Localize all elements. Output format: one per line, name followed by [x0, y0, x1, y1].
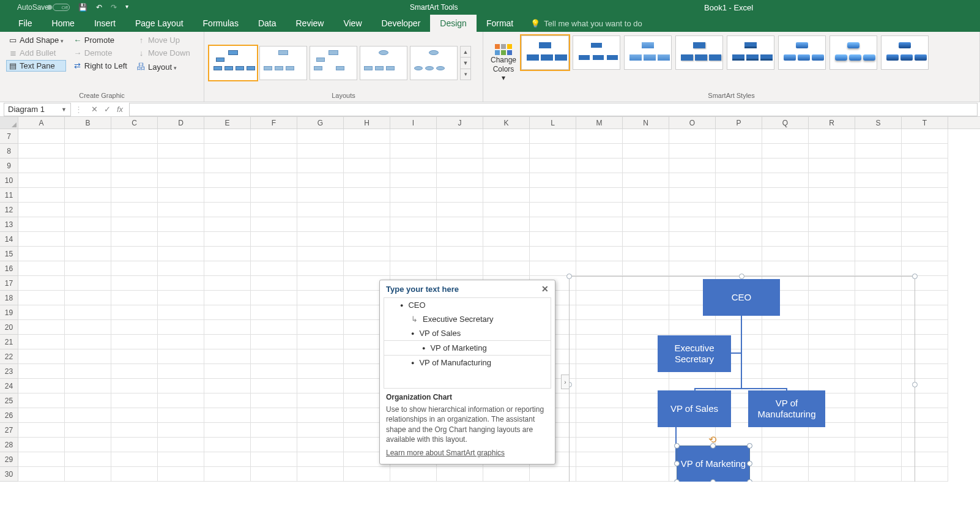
resize-handle[interactable]	[912, 382, 918, 387]
cell[interactable]	[669, 158, 716, 173]
cell[interactable]	[158, 144, 204, 158]
column-header[interactable]: F	[251, 117, 297, 129]
cell[interactable]	[65, 203, 111, 217]
cell[interactable]	[809, 232, 855, 247]
cell[interactable]	[18, 173, 65, 188]
org-node-manufacturing[interactable]: VP of Manufacturing	[748, 390, 825, 427]
close-icon[interactable]: ✕	[541, 284, 549, 294]
cell[interactable]	[297, 188, 344, 203]
cell[interactable]	[251, 158, 297, 173]
cell[interactable]	[762, 158, 809, 173]
cell[interactable]	[65, 144, 111, 158]
column-header[interactable]: H	[344, 117, 390, 129]
cell[interactable]	[762, 144, 809, 158]
cell[interactable]	[576, 261, 623, 276]
cell[interactable]	[623, 173, 669, 188]
selection-handle[interactable]	[674, 443, 680, 449]
row-header[interactable]: 10	[0, 173, 18, 188]
row-header[interactable]: 15	[0, 247, 18, 261]
cell[interactable]	[18, 158, 65, 173]
column-header[interactable]: D	[158, 117, 204, 129]
cell[interactable]	[204, 232, 251, 247]
cell[interactable]	[251, 188, 297, 203]
cell[interactable]	[297, 203, 344, 217]
style-option-7[interactable]	[830, 35, 877, 70]
cell[interactable]	[18, 393, 65, 408]
cell[interactable]	[204, 393, 251, 408]
cell[interactable]	[18, 349, 65, 364]
customize-qat-icon[interactable]: ▾	[125, 3, 128, 12]
cell[interactable]	[623, 247, 669, 261]
cell[interactable]	[65, 173, 111, 188]
cell[interactable]	[65, 364, 111, 379]
cell[interactable]	[530, 188, 576, 203]
cell[interactable]	[716, 129, 762, 144]
cell[interactable]	[18, 203, 65, 217]
cell[interactable]	[65, 467, 111, 482]
cell[interactable]	[111, 203, 158, 217]
cell[interactable]	[297, 379, 344, 393]
cell[interactable]	[18, 305, 65, 320]
cell[interactable]	[65, 320, 111, 335]
cell[interactable]	[251, 144, 297, 158]
cell[interactable]	[344, 232, 390, 247]
cell[interactable]	[297, 217, 344, 232]
cell[interactable]	[111, 452, 158, 467]
cell[interactable]	[297, 349, 344, 364]
cell[interactable]	[251, 276, 297, 291]
style-option-6[interactable]	[778, 35, 826, 70]
cell[interactable]	[576, 158, 623, 173]
cell[interactable]	[855, 173, 902, 188]
learn-more-link[interactable]: Learn more about SmartArt graphics	[386, 448, 505, 458]
cell[interactable]	[344, 129, 390, 144]
cell[interactable]	[623, 158, 669, 173]
cell[interactable]	[297, 129, 344, 144]
cell[interactable]	[855, 232, 902, 247]
cell[interactable]	[855, 247, 902, 261]
tab-insert[interactable]: Insert	[84, 15, 125, 32]
cell[interactable]	[204, 217, 251, 232]
cell[interactable]	[65, 232, 111, 247]
row-header[interactable]: 22	[0, 349, 18, 364]
cell[interactable]	[111, 305, 158, 320]
select-all-button[interactable]	[0, 117, 18, 129]
smartart-text-pane[interactable]: Type your text here ✕ ●CEO ↳Executive Se…	[379, 280, 555, 464]
cell[interactable]	[65, 393, 111, 408]
cell[interactable]	[158, 305, 204, 320]
row-header[interactable]: 8	[0, 144, 18, 158]
cell[interactable]	[158, 349, 204, 364]
cell[interactable]	[762, 173, 809, 188]
cell[interactable]	[111, 364, 158, 379]
cell[interactable]	[158, 438, 204, 452]
selection-handle[interactable]	[710, 479, 716, 482]
selection-handle[interactable]	[747, 461, 752, 466]
cell[interactable]	[204, 335, 251, 349]
cell[interactable]	[251, 305, 297, 320]
cell[interactable]	[111, 438, 158, 452]
cell[interactable]	[204, 305, 251, 320]
cell[interactable]	[576, 129, 623, 144]
cell[interactable]	[809, 261, 855, 276]
cell[interactable]	[855, 261, 902, 276]
cell[interactable]	[390, 232, 437, 247]
selection-handle[interactable]	[674, 479, 680, 482]
layout-option-2[interactable]	[259, 46, 307, 80]
cell[interactable]	[437, 232, 483, 247]
layout-option-1[interactable]	[209, 46, 257, 80]
cell[interactable]	[576, 217, 623, 232]
text-pane-button[interactable]: ▤Text Pane	[6, 60, 66, 72]
cell[interactable]	[576, 247, 623, 261]
cell[interactable]	[18, 261, 65, 276]
cell[interactable]	[297, 364, 344, 379]
org-node-marketing[interactable]: VP of Marketing ⟲	[677, 446, 750, 482]
tab-format[interactable]: Format	[477, 15, 523, 32]
cell[interactable]	[762, 261, 809, 276]
cell[interactable]	[18, 232, 65, 247]
row-header[interactable]: 9	[0, 158, 18, 173]
cell[interactable]	[902, 247, 948, 261]
cell[interactable]	[483, 144, 530, 158]
org-node-ceo[interactable]: CEO	[703, 279, 780, 316]
row-header[interactable]: 24	[0, 379, 18, 393]
cell[interactable]	[530, 173, 576, 188]
selection-handle[interactable]	[710, 443, 716, 449]
